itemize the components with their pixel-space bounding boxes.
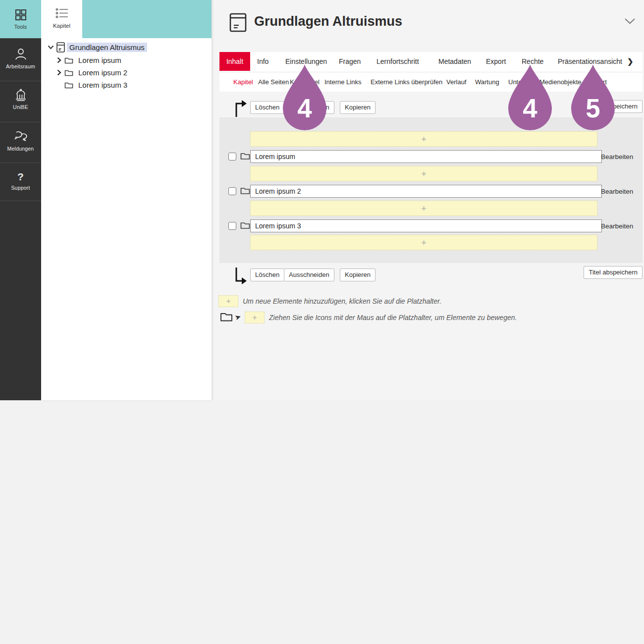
placeholder-bar[interactable]: +: [250, 201, 597, 216]
edit-link[interactable]: Bearbeiten: [601, 222, 633, 230]
main-sidebar: Tools Arbeitsraum UniBE: [0, 0, 41, 400]
tree-row: Lorem ipsum 2: [55, 67, 130, 78]
placeholder-example: +: [245, 312, 265, 323]
row-checkbox[interactable]: [228, 187, 236, 195]
plus-icon: +: [226, 297, 230, 305]
placeholder-bar[interactable]: +: [250, 166, 597, 181]
placeholder-bar[interactable]: +: [250, 131, 597, 147]
tab-info[interactable]: Info: [257, 52, 268, 71]
tab-kapitel[interactable]: Kapitel: [41, 0, 82, 38]
hint-move-elements: Ziehen Sie die Icons mit der Maus auf di…: [269, 314, 517, 322]
sidebar-item-label: Arbeitsraum: [0, 63, 41, 69]
tree-node[interactable]: Lorem ipsum: [76, 55, 124, 65]
save-titles-button[interactable]: Titel abspeichern: [584, 266, 643, 279]
row-checkbox[interactable]: [228, 153, 236, 161]
chapter-title-input[interactable]: Lorem ipsum 2: [250, 185, 602, 198]
person-icon: [14, 47, 28, 61]
hint-add-elements: Um neue Elemente hinzuzufügen, klicken S…: [243, 297, 441, 305]
chapter-title-input[interactable]: Lorem ipsum 3: [250, 219, 602, 232]
university-icon: [13, 89, 28, 102]
tab-fragen[interactable]: Fragen: [339, 52, 361, 71]
plus-icon: +: [253, 314, 257, 322]
chapter-explorer-panel: Kapitel Grundlagen Altruismus Lorem ipsu…: [41, 0, 212, 400]
question-icon: ?: [0, 171, 41, 182]
arrow-down-right-icon: [233, 267, 248, 286]
marker-number: 4: [523, 94, 537, 123]
tutorial-marker-4a: 4: [280, 64, 329, 132]
tree-node[interactable]: Lorem ipsum 3: [76, 80, 130, 90]
tab-kapitel-label: Kapitel: [41, 23, 82, 29]
row-checkbox[interactable]: [228, 222, 236, 230]
sidebar-item-arbeitsraum[interactable]: Arbeitsraum: [0, 39, 41, 81]
delete-button[interactable]: Löschen: [250, 101, 284, 114]
chapter-title-input[interactable]: Lorem ipsum: [250, 150, 602, 163]
sidebar-item-tools[interactable]: Tools: [0, 0, 41, 38]
chevron-down-icon[interactable]: [624, 18, 636, 25]
subtab-wartung[interactable]: Wartung: [475, 72, 499, 92]
sidebar-item-unibe[interactable]: UniBE: [0, 81, 41, 122]
sidebar-item-label: Meldungen: [0, 146, 41, 152]
subtab-interne-links[interactable]: Interne Links: [324, 72, 361, 92]
grid-icon: [14, 8, 27, 21]
edit-link[interactable]: Bearbeiten: [601, 188, 633, 195]
sidebar-item-label: Support: [0, 185, 41, 191]
plus-icon: +: [422, 204, 427, 213]
chevron-down-icon[interactable]: [47, 45, 55, 50]
sidebar-item-label: Tools: [0, 24, 41, 30]
marker-number: 5: [586, 94, 600, 123]
module-icon: [56, 42, 65, 53]
folder-icon: [220, 311, 233, 322]
folder-icon: [64, 56, 73, 64]
tree-row: Lorem ipsum: [55, 54, 124, 65]
tree-row-root: Grundlagen Altruismus: [47, 42, 147, 53]
tutorial-marker-5: 5: [569, 64, 617, 132]
folder-icon: [64, 81, 73, 89]
copy-button[interactable]: Kopieren: [340, 101, 376, 114]
module-icon: [229, 13, 247, 32]
plus-icon: +: [422, 238, 427, 247]
placeholder-bar[interactable]: +: [250, 235, 597, 250]
folder-icon: [64, 69, 73, 76]
marker-number: 4: [297, 94, 312, 123]
tab-lernfortschritt[interactable]: Lernfortschritt: [376, 52, 419, 71]
chevron-right-icon[interactable]: [55, 57, 63, 63]
subtab-verlauf[interactable]: Verlauf: [446, 72, 466, 92]
page-title: Grundlagen Altruismus: [254, 14, 402, 29]
list-icon: [55, 7, 69, 20]
sidebar-item-support[interactable]: ? Support: [0, 163, 41, 201]
folder-icon[interactable]: [240, 186, 250, 195]
copy-button[interactable]: Kopieren: [340, 268, 376, 281]
tab-inhalt[interactable]: Inhalt: [219, 52, 250, 71]
subtab-kapitel[interactable]: Kapitel: [233, 72, 253, 92]
delete-button[interactable]: Löschen: [250, 268, 284, 281]
chat-icon: [13, 130, 28, 143]
tree-node-root[interactable]: Grundlagen Altruismus: [67, 43, 147, 52]
chevron-right-icon[interactable]: [55, 69, 63, 76]
folder-icon[interactable]: [240, 152, 250, 160]
plus-icon: +: [422, 169, 427, 178]
arrow-up-right-icon: [233, 98, 248, 118]
tree-node[interactable]: Lorem ipsum 2: [76, 68, 130, 77]
cut-button[interactable]: Ausschneiden: [284, 268, 334, 281]
chevron-right-icon[interactable]: ❯: [627, 52, 634, 71]
subtab-externe-links[interactable]: Externe Links überprüfen: [371, 72, 442, 92]
sidebar-item-label: UniBE: [0, 104, 41, 110]
placeholder-example: +: [218, 295, 238, 307]
tab-metadaten[interactable]: Metadaten: [438, 52, 471, 71]
tab-export[interactable]: Export: [486, 52, 506, 71]
plus-icon: +: [422, 134, 427, 144]
edit-link[interactable]: Bearbeiten: [601, 153, 633, 161]
tree-row: Lorem ipsum 3: [55, 79, 130, 90]
folder-icon[interactable]: [240, 221, 250, 229]
tutorial-marker-4b: 4: [506, 64, 554, 132]
sidebar-item-meldungen[interactable]: Meldungen: [0, 122, 41, 162]
